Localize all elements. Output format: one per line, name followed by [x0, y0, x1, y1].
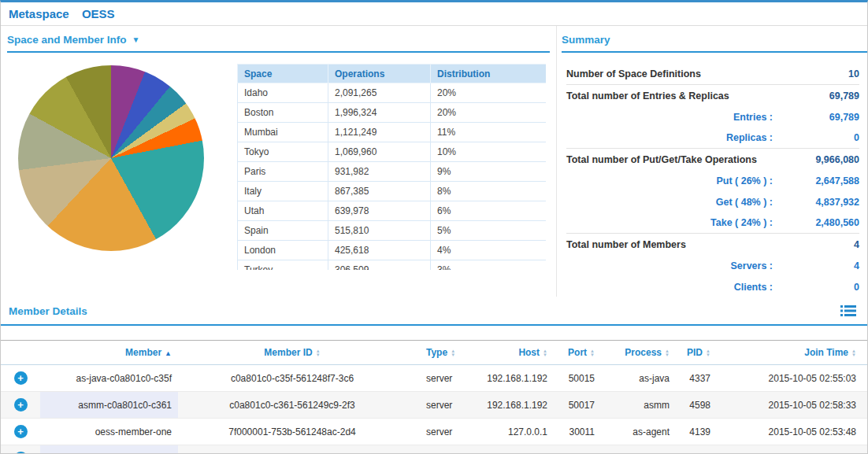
sort-icon: ▲▼ — [665, 349, 670, 357]
space-operations: 1,996,324 — [328, 103, 431, 123]
member-pid-cell: 4598 — [674, 392, 714, 419]
list-icon[interactable] — [840, 305, 856, 317]
col-header-port[interactable]: Port▲▼ — [552, 341, 599, 365]
app-header: Metaspace OESS — [1, 2, 867, 26]
member-row[interactable]: + as-java-c0a801c0-c35f c0a801c0-c35f-56… — [1, 365, 868, 392]
member-type-cell: server — [406, 365, 466, 392]
space-row: London 425,618 4% — [238, 241, 547, 260]
summary-label: Get ( 48% ) : — [566, 197, 773, 208]
summary-value: 9,966,080 — [773, 154, 859, 165]
expand-row-button[interactable]: + — [14, 425, 28, 438]
space-row: Idaho 2,091,265 20% — [238, 83, 547, 103]
main-region: Space and Member Info ▼ Space Operations… — [1, 26, 867, 297]
summary-label: Total number of Entries & Replicas — [566, 90, 773, 102]
sort-icon: ▲▼ — [851, 349, 856, 357]
space-distribution: 9% — [431, 162, 547, 182]
summary-label: Entries : — [566, 112, 773, 123]
col-header-space: Space — [238, 65, 328, 83]
sort-icon: ▲▼ — [316, 349, 321, 357]
summary-label: Clients : — [566, 282, 773, 293]
space-row: Utah 639,978 6% — [238, 201, 547, 221]
space-row: Turkey 306,509 3% — [238, 260, 547, 271]
space-table: Space Operations Distribution Idaho 2,09… — [237, 64, 546, 270]
member-pid-cell: 4337 — [674, 365, 714, 392]
section-title: Summary — [562, 34, 610, 46]
pie-chart — [18, 65, 204, 251]
space-distribution: 20% — [431, 83, 547, 103]
member-process-cell: as-java — [599, 365, 674, 392]
summary-value: 2,480,560 — [773, 217, 859, 228]
member-join-time-cell: 2015-10-05 02:53:48 — [714, 419, 868, 445]
sort-icon: ▲▼ — [706, 349, 710, 357]
space-operations: 1,121,249 — [328, 123, 431, 142]
space-row: Italy 867,385 8% — [238, 182, 547, 201]
member-pid-cell: 4152 — [674, 445, 714, 454]
space-operations: 931,982 — [328, 162, 431, 182]
summary-row: Put ( 26% ) : 2,647,588 — [566, 170, 859, 191]
member-details-section: Member Details Member▲ Member ID▲▼ — [1, 297, 867, 454]
member-join-time-cell: 2015-10-05 02:55:03 — [714, 365, 868, 392]
summary-label: Take ( 24% ) : — [566, 217, 773, 228]
member-row[interactable]: + asmm-c0a801c0-c361 c0a801c0-c361-56124… — [1, 392, 868, 419]
section-title: Member Details — [9, 305, 87, 317]
member-process-cell: asmm — [599, 392, 674, 419]
member-host-cell: 192.168.1.192 — [466, 392, 552, 419]
space-name: Turkey — [238, 260, 328, 271]
col-header-pid[interactable]: PID▲▼ — [674, 341, 714, 365]
col-label: PID — [687, 347, 703, 358]
col-header-member[interactable]: Member▲ — [40, 341, 178, 365]
space-operations: 639,978 — [328, 201, 431, 221]
summary-row: Total number of Entries & Replicas 69,78… — [566, 85, 859, 106]
summary-value: 69,789 — [773, 90, 859, 102]
summary-row: Servers : 4 — [566, 255, 859, 276]
space-name: Boston — [238, 103, 328, 123]
space-name: Italy — [238, 182, 328, 201]
space-name: Spain — [238, 221, 328, 241]
summary-value: 0 — [773, 282, 859, 293]
summary-row: Number of Space Definitions 10 — [566, 64, 859, 85]
col-header-member-id[interactable]: Member ID▲▼ — [178, 341, 406, 365]
space-operations: 515,810 — [328, 221, 431, 241]
member-name-cell: oess-member-one — [40, 419, 178, 445]
expand-row-button[interactable]: + — [14, 371, 28, 385]
member-port-cell: 50015 — [552, 365, 599, 392]
summary-row: Take ( 24% ) : 2,480,560 — [566, 212, 859, 234]
space-name: Paris — [238, 162, 328, 182]
member-type-cell: server — [406, 445, 466, 454]
col-header-host[interactable]: Host▲▼ — [466, 341, 552, 365]
col-header-type[interactable]: Type▲▼ — [406, 341, 466, 365]
member-host-cell: 127.0.0.1 — [466, 419, 552, 445]
col-label: Type — [426, 347, 447, 358]
space-operations: 2,091,265 — [328, 83, 431, 103]
member-name-cell: oess-member-two — [40, 445, 178, 454]
member-host-cell: 192.168.1.192 — [466, 365, 552, 392]
member-id-cell: c0a801c0-c35f-561248f7-3c6 — [178, 365, 406, 392]
space-operations: 425,618 — [328, 241, 431, 260]
expand-row-button[interactable]: + — [14, 398, 28, 412]
summary-value: 0 — [773, 132, 859, 143]
section-title: Space and Member Info — [7, 34, 127, 46]
chevron-down-icon[interactable]: ▼ — [132, 35, 140, 44]
member-id-cell: 7f000001-753b-561248ac-2d4 — [178, 419, 406, 445]
col-label: Process — [625, 347, 662, 358]
space-distribution: 20% — [431, 103, 547, 123]
col-header-distribution: Distribution — [431, 65, 547, 83]
space-name: Mumbai — [238, 123, 328, 142]
col-header-process[interactable]: Process▲▼ — [599, 341, 674, 365]
summary-row: Entries : 69,789 — [566, 106, 859, 127]
summary-row: Get ( 48% ) : 4,837,932 — [566, 191, 859, 212]
space-operations: 306,509 — [328, 260, 431, 271]
space-member-info-header[interactable]: Space and Member Info ▼ — [7, 34, 550, 53]
summary-label: Total number of Put/Get/Take Operations — [566, 154, 773, 165]
sort-icon: ▲▼ — [590, 349, 595, 357]
space-name: Idaho — [238, 83, 328, 103]
col-header-join-time[interactable]: Join Time▲▼ — [714, 341, 868, 365]
member-row[interactable]: + oess-member-one 7f000001-753b-561248ac… — [1, 419, 868, 445]
col-label: Host — [518, 347, 540, 358]
summary-row: Total number of Put/Get/Take Operations … — [566, 149, 859, 170]
member-row[interactable]: + oess-member-two 7f000001-753c-561248af… — [1, 445, 868, 454]
summary-label: Servers : — [566, 260, 773, 271]
member-join-time-cell: 2015-10-05 02:53:51 — [714, 445, 868, 454]
space-row: Tokyo 1,069,960 10% — [238, 142, 547, 162]
member-port-cell: 50017 — [552, 392, 599, 419]
